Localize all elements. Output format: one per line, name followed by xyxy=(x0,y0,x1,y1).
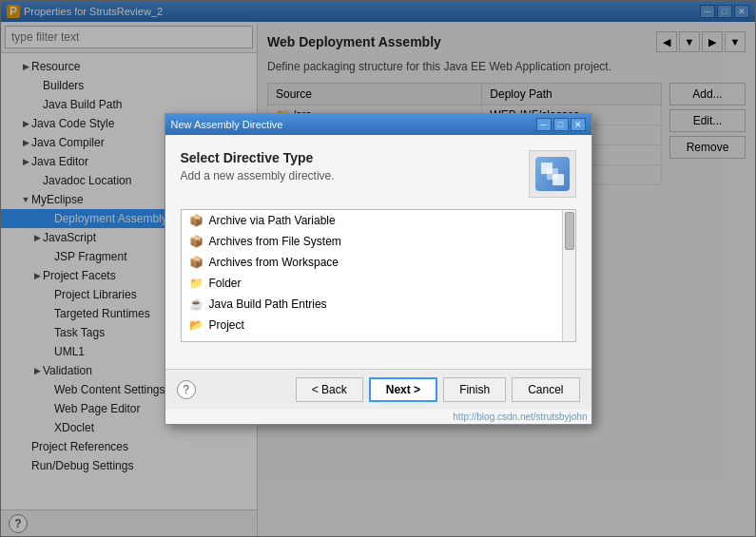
project-icon: 📂 xyxy=(189,318,204,332)
dialog-minimize-button[interactable]: ─ xyxy=(536,118,552,131)
dialog-overlay: New Assembly Directive ─ □ ✕ Select Dire… xyxy=(0,0,756,537)
list-item-project[interactable]: 📂 Project xyxy=(182,315,575,336)
dialog-close-button[interactable]: ✕ xyxy=(571,118,586,131)
scrollbar-thumb[interactable] xyxy=(565,212,574,250)
dialog-content: Select Directive Type Add a new assembly… xyxy=(165,135,591,369)
scrollbar-track xyxy=(562,210,575,341)
dialog-image-inner xyxy=(535,157,570,191)
dialog-titlebar: New Assembly Directive ─ □ ✕ xyxy=(165,114,591,135)
archive-icon: 📦 xyxy=(189,256,204,269)
list-item-java-build-path[interactable]: ☕ Java Build Path Entries xyxy=(182,294,575,315)
list-item-label: Folder xyxy=(209,277,242,290)
dialog-subtext: Add a new assembly directive. xyxy=(181,169,335,182)
next-button[interactable]: Next > xyxy=(369,377,437,402)
list-item-archive-workspace[interactable]: 📦 Archives from Workspace xyxy=(182,252,575,273)
folder-icon: 📁 xyxy=(189,277,204,290)
directive-list[interactable]: 📦 Archive via Path Variable 📦 Archives f… xyxy=(182,210,575,341)
svg-rect-2 xyxy=(547,168,558,180)
assembly-graphic xyxy=(539,161,566,187)
new-assembly-directive-dialog: New Assembly Directive ─ □ ✕ Select Dire… xyxy=(165,113,592,425)
list-item-archive-filesystem[interactable]: 📦 Archives from File System xyxy=(182,231,575,252)
help-button[interactable]: ? xyxy=(177,380,196,399)
dialog-maximize-button[interactable]: □ xyxy=(553,118,569,131)
dialog-image xyxy=(529,150,576,198)
archive-icon: 📦 xyxy=(189,214,204,227)
back-button[interactable]: < Back xyxy=(296,377,363,402)
dialog-text-area: Select Directive Type Add a new assembly… xyxy=(181,150,335,182)
list-item-label: Archives from File System xyxy=(209,235,341,248)
directive-list-wrapper: 📦 Archive via Path Variable 📦 Archives f… xyxy=(181,209,576,342)
list-item-label: Java Build Path Entries xyxy=(209,297,327,311)
list-item-label: Archives from Workspace xyxy=(209,256,339,269)
dialog-heading: Select Directive Type xyxy=(181,150,335,165)
archive-icon: 📦 xyxy=(189,235,204,248)
dialog-buttons: ? < Back Next > Finish Cancel xyxy=(165,369,591,410)
finish-button[interactable]: Finish xyxy=(443,377,506,402)
list-item-label: Archive via Path Variable xyxy=(209,214,336,227)
dialog-header: Select Directive Type Add a new assembly… xyxy=(181,150,576,198)
list-item-folder[interactable]: 📁 Folder xyxy=(182,273,575,294)
list-item-archive-path-var[interactable]: 📦 Archive via Path Variable xyxy=(182,210,575,231)
cancel-button[interactable]: Cancel xyxy=(512,377,579,402)
dialog-title: New Assembly Directive xyxy=(171,119,533,130)
watermark: http://blog.csdn.net/strutsbyjohn xyxy=(165,410,591,424)
dialog-controls: ─ □ ✕ xyxy=(536,118,586,131)
java-icon: ☕ xyxy=(189,297,204,311)
list-item-label: Project xyxy=(209,318,244,332)
